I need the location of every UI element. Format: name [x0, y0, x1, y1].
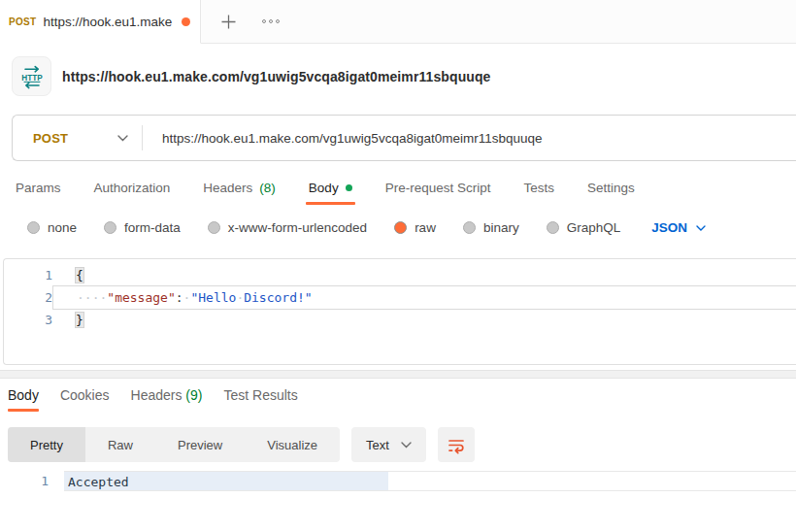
- line-number: 3: [4, 309, 52, 331]
- plus-icon: [220, 14, 237, 30]
- line-number: 1: [0, 471, 49, 491]
- unsaved-changes-dot-icon: [182, 17, 190, 26]
- view-mode-visualize[interactable]: Visualize: [245, 427, 340, 462]
- line-number: 1: [4, 264, 52, 286]
- tab-settings[interactable]: Settings: [587, 181, 635, 205]
- chevron-down-icon: [117, 135, 128, 142]
- response-toolbar: Pretty Raw Preview Visualize Text: [8, 427, 796, 462]
- radio-icon: [104, 221, 116, 234]
- request-bar: POST: [12, 115, 796, 161]
- view-mode-raw[interactable]: Raw: [85, 427, 155, 462]
- view-mode-segmented-control: Pretty Raw Preview Visualize: [8, 427, 340, 462]
- body-modified-dot-icon: [346, 184, 352, 191]
- request-heading: HTTP https://hook.eu1.make.com/vg1uwig5v…: [12, 56, 796, 96]
- body-type-graphql[interactable]: GraphQL: [547, 220, 621, 235]
- request-url-heading: https://hook.eu1.make.com/vg1uwig5vcqa8i…: [62, 69, 491, 84]
- radio-icon: [27, 221, 40, 234]
- tab-params[interactable]: Params: [16, 181, 61, 205]
- request-body-editor[interactable]: 1{2····"message":·"Hello·Discord!"3}: [3, 258, 796, 365]
- response-tab-headers[interactable]: Headers (9): [131, 387, 203, 412]
- chevron-down-icon: [696, 225, 706, 231]
- view-mode-pretty[interactable]: Pretty: [8, 427, 85, 462]
- response-tab-cookies[interactable]: Cookies: [60, 387, 110, 412]
- method-label: POST: [33, 131, 68, 146]
- body-type-form-data[interactable]: form-data: [104, 220, 181, 235]
- response-tab-body[interactable]: Body: [8, 387, 39, 412]
- tab-tests[interactable]: Tests: [523, 181, 554, 205]
- response-headers-count: (9): [185, 387, 202, 403]
- body-type-raw[interactable]: raw: [394, 220, 436, 235]
- ellipsis-icon: [262, 19, 280, 23]
- body-type-row: none form-data x-www-form-urlencoded raw…: [27, 220, 796, 235]
- code-line[interactable]: 2····"message":·"Hello·Discord!": [4, 286, 796, 309]
- wrap-text-button[interactable]: [438, 427, 475, 462]
- body-type-none[interactable]: none: [27, 220, 77, 235]
- response-line: 1 Accepted: [0, 471, 796, 491]
- request-tabs: Params Authorization Headers (8) Body Pr…: [16, 181, 796, 205]
- body-type-x-www-form-urlencoded[interactable]: x-www-form-urlencoded: [208, 220, 367, 235]
- tab-bar: POST https://hook.eu1.make: [0, 0, 796, 44]
- url-input[interactable]: [143, 131, 796, 146]
- tab-body[interactable]: Body: [309, 181, 352, 205]
- body-type-binary[interactable]: binary: [463, 220, 519, 235]
- code-content: ····"message":·"Hello·Discord!": [52, 285, 796, 310]
- raw-language-selector[interactable]: JSON: [651, 220, 706, 235]
- code-content: }: [52, 309, 796, 331]
- view-mode-preview[interactable]: Preview: [155, 427, 245, 462]
- radio-icon: [547, 221, 559, 234]
- http-request-icon: HTTP: [12, 56, 51, 96]
- request-editor-lines: 1{2····"message":·"Hello·Discord!"3}: [4, 264, 796, 331]
- tab-options-button[interactable]: [249, 0, 293, 43]
- chevron-down-icon: [401, 442, 412, 449]
- line-number: 2: [4, 286, 52, 309]
- tab-method-badge: POST: [9, 17, 36, 27]
- new-tab-button[interactable]: [208, 0, 249, 43]
- request-tab[interactable]: POST https://hook.eu1.make: [0, 0, 201, 44]
- pane-resizer[interactable]: [0, 370, 796, 379]
- tab-title: https://hook.eu1.make: [43, 15, 175, 29]
- code-content: {: [52, 264, 796, 286]
- radio-selected-icon: [394, 221, 407, 234]
- svg-text:HTTP: HTTP: [21, 73, 43, 82]
- tab-pre-request-script[interactable]: Pre-request Script: [385, 181, 491, 205]
- response-body-viewer[interactable]: 1 Accepted: [0, 471, 796, 491]
- word-wrap-icon: [447, 435, 466, 454]
- radio-icon: [463, 221, 476, 234]
- tab-headers[interactable]: Headers (8): [203, 181, 276, 205]
- code-line[interactable]: 3}: [4, 309, 796, 331]
- response-line-content: Accepted: [64, 471, 796, 491]
- radio-icon: [208, 221, 220, 234]
- response-tab-test-results[interactable]: Test Results: [223, 387, 297, 412]
- headers-count: (8): [259, 181, 276, 195]
- response-text: Accepted: [64, 475, 129, 489]
- response-tabs: Body Cookies Headers (9) Test Results: [8, 387, 796, 412]
- response-format-selector[interactable]: Text: [351, 427, 426, 462]
- method-selector[interactable]: POST: [13, 131, 142, 146]
- tab-authorization[interactable]: Authorization: [94, 181, 171, 205]
- code-line[interactable]: 1{: [4, 264, 796, 286]
